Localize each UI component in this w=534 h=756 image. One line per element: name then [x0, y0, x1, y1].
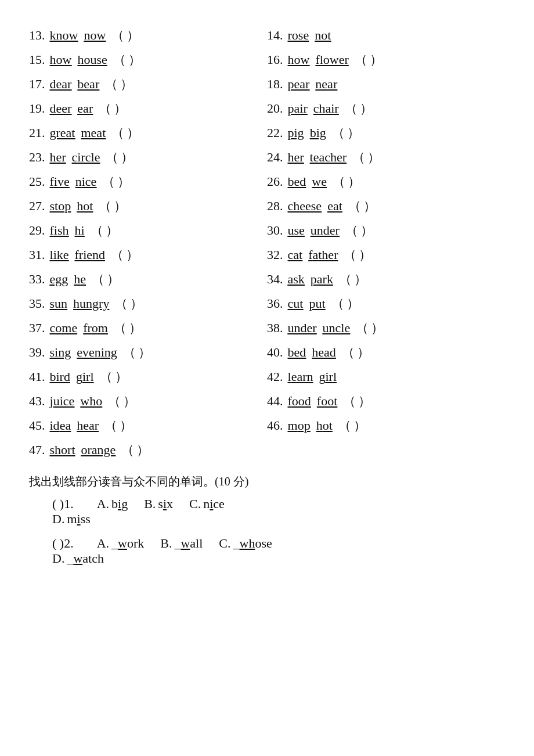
word2: ear: [77, 101, 93, 116]
exercise-right-cell: 46.mophot（）: [267, 413, 505, 438]
paren-close: ）: [126, 247, 139, 262]
choice-num: ( )1.: [52, 496, 74, 512]
section2-title: 找出划线部分读音与众不同的单词。(10 分): [29, 474, 505, 489]
item-number: 34.: [267, 272, 283, 286]
paren-open: （: [356, 321, 369, 335]
word2: head: [312, 345, 336, 359]
choice-block: ( )2.A._workB._wallC._whoseD._watch: [29, 536, 505, 566]
word1: rose: [288, 28, 309, 42]
exercise-left-cell: 17.dearbear（）: [29, 72, 267, 96]
item-number: 36.: [267, 296, 283, 311]
word1: pear: [288, 77, 310, 91]
paren-open: （: [105, 77, 118, 91]
item-number: 40.: [267, 345, 283, 359]
exercise-left-cell: 47.shortorange（）: [29, 438, 267, 462]
item-number: 32.: [267, 247, 283, 262]
word1: cut: [288, 296, 304, 311]
exercise-left-cell: 35.sunhungry（）: [29, 291, 267, 316]
word2: uncle: [323, 321, 351, 335]
exercise-left-cell: 21.greatmeat（）: [29, 121, 267, 145]
word2: put: [309, 296, 325, 311]
word2: foot: [317, 394, 337, 408]
item-number: 20.: [267, 101, 283, 116]
word1: know: [50, 28, 78, 42]
word1: deer: [50, 101, 72, 116]
paren-close: ）: [130, 296, 143, 311]
paren-close: ）: [129, 321, 142, 335]
choice-word: _work: [111, 536, 144, 551]
exercise-right-cell: 38.underuncle（）: [267, 316, 505, 340]
word2: hear: [77, 418, 99, 433]
word1: how: [288, 52, 310, 67]
word1: bird: [50, 369, 70, 384]
choice-word: _watch: [67, 551, 104, 566]
paren-open: （: [345, 101, 358, 116]
paren-close: ）: [348, 174, 360, 189]
paren-open: （: [114, 321, 127, 335]
item-number: 39.: [29, 345, 45, 359]
exercise-left-cell: 27.stophot（）: [29, 194, 267, 218]
paren-open: （: [345, 223, 358, 237]
word2: who: [80, 394, 102, 408]
word1: her: [288, 150, 304, 164]
word1: come: [50, 321, 78, 335]
word2: now: [84, 28, 106, 42]
paren-close: ）: [363, 199, 376, 213]
word2: bear: [77, 77, 99, 91]
choice-label: A.: [97, 536, 109, 551]
paren-open: （: [352, 150, 365, 164]
paren-close: ）: [359, 247, 371, 262]
table-row: 17.dearbear（）18.pearnear: [29, 72, 505, 96]
word2: teacher: [310, 150, 347, 164]
paren-open: （: [339, 272, 352, 286]
paren-open: （: [355, 52, 367, 67]
paren-open: （: [106, 150, 118, 164]
word1: dear: [50, 77, 72, 91]
exercise-right-cell: 18.pearnear: [267, 72, 505, 96]
paren-open: （: [338, 418, 351, 433]
choice-word: miss: [67, 512, 90, 527]
choice-label: C.: [189, 496, 201, 512]
paren-open: （: [348, 199, 361, 213]
paren-close: ）: [117, 174, 130, 189]
exercise-right-cell: 42.learngirl: [267, 365, 505, 389]
exercise-left-cell: 31.likefriend（）: [29, 243, 267, 267]
word1: how: [50, 52, 72, 67]
paren-open: （: [100, 369, 113, 384]
paren-close: ）: [121, 150, 134, 164]
exercise-left-cell: 15.howhouse（）: [29, 48, 267, 72]
item-number: 18.: [267, 77, 283, 91]
choice-label: C.: [219, 536, 230, 551]
table-row: 25.fivenice（）26.bedwe（）: [29, 170, 505, 194]
word1: stop: [50, 199, 71, 213]
exercise-right-cell: [267, 438, 505, 462]
paren-open: （: [111, 28, 124, 42]
exercise-left-cell: 39.singevening（）: [29, 340, 267, 365]
table-row: 35.sunhungry（）36.cutput（）: [29, 291, 505, 316]
paren-open: （: [333, 174, 345, 189]
word2: he: [74, 272, 86, 286]
item-number: 30.: [267, 223, 283, 237]
exercise-right-cell: 22.pigbig（）: [267, 121, 505, 145]
word2: chair: [313, 101, 339, 116]
word1: pig: [288, 125, 304, 140]
item-number: 16.: [267, 52, 283, 67]
exercise-left-cell: 43.juicewho（）: [29, 389, 267, 413]
exercise-right-cell: 28.cheeseeat（）: [267, 194, 505, 218]
choice-item-3: D._watch: [52, 551, 104, 566]
exercise-left-cell: 37.comefrom（）: [29, 316, 267, 340]
paren-close: ）: [120, 77, 133, 91]
paren-open: （: [331, 296, 344, 311]
paren-close: ）: [371, 321, 384, 335]
item-number: 46.: [267, 418, 283, 433]
word1: sun: [50, 296, 68, 311]
paren-close: ）: [106, 223, 118, 237]
word2: meat: [81, 125, 106, 140]
word2: eat: [327, 199, 342, 213]
paren-open: （: [104, 418, 117, 433]
exercise-right-cell: 24.herteacher（）: [267, 145, 505, 170]
exercise-left-cell: 33.egghe（）: [29, 267, 267, 291]
word1: ask: [288, 272, 305, 286]
table-row: 23.hercircle（）24.herteacher（）: [29, 145, 505, 170]
paren-close: ）: [347, 125, 360, 140]
